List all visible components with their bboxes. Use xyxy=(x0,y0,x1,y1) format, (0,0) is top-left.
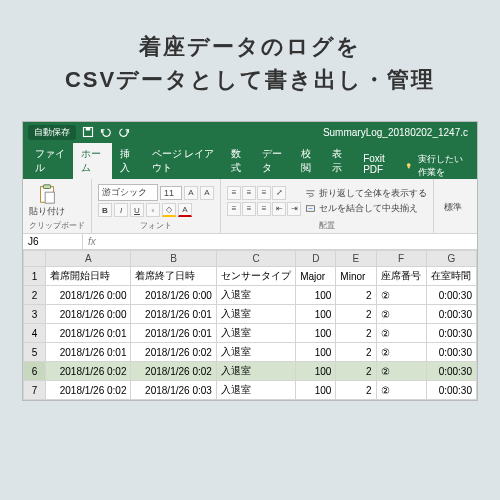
cell[interactable]: ② xyxy=(376,305,426,324)
cell[interactable]: 0:00:30 xyxy=(426,324,476,343)
cell[interactable]: 2018/1/26 0:01 xyxy=(46,324,131,343)
row-header[interactable]: 3 xyxy=(24,305,46,324)
col-header-E[interactable]: E xyxy=(336,251,376,267)
undo-icon[interactable] xyxy=(100,126,112,140)
table-row[interactable]: 32018/1/26 0:002018/1/26 0:01入退室1002②0:0… xyxy=(24,305,477,324)
cell[interactable]: 2018/1/26 0:02 xyxy=(46,381,131,400)
cell[interactable]: 0:00:30 xyxy=(426,286,476,305)
col-header-B[interactable]: B xyxy=(131,251,216,267)
cell[interactable]: 2018/1/26 0:01 xyxy=(46,343,131,362)
header-row[interactable]: 1 着席開始日時 着席終了日時 センサータイプ Major Minor 座席番号… xyxy=(24,267,477,286)
cell[interactable]: 2 xyxy=(336,324,376,343)
decrease-font-icon[interactable]: A xyxy=(200,186,214,200)
cell[interactable]: Major xyxy=(296,267,336,286)
orientation-icon[interactable]: ⤢ xyxy=(272,186,286,200)
cell[interactable]: Minor xyxy=(336,267,376,286)
cell[interactable]: 2018/1/26 0:02 xyxy=(131,362,216,381)
row-header[interactable]: 7 xyxy=(24,381,46,400)
tab-home[interactable]: ホーム xyxy=(73,143,112,179)
tab-foxit-pdf[interactable]: Foxit PDF xyxy=(355,149,405,179)
worksheet[interactable]: A B C D E F G 1 着席開始日時 着席終了日時 センサータイプ Ma… xyxy=(23,250,477,400)
indent-increase-icon[interactable]: ⇥ xyxy=(287,202,301,216)
row-header[interactable]: 1 xyxy=(24,267,46,286)
align-left-icon[interactable]: ≡ xyxy=(227,202,241,216)
cell[interactable]: 2018/1/26 0:00 xyxy=(46,305,131,324)
cell[interactable]: 2018/1/26 0:03 xyxy=(131,381,216,400)
bold-button[interactable]: B xyxy=(98,203,112,217)
cell[interactable]: 2018/1/26 0:01 xyxy=(131,305,216,324)
align-top-icon[interactable]: ≡ xyxy=(227,186,241,200)
font-size-select[interactable]: 11 xyxy=(160,186,182,200)
underline-button[interactable]: U xyxy=(130,203,144,217)
cell[interactable]: 2018/1/26 0:02 xyxy=(46,362,131,381)
cell[interactable]: センサータイプ xyxy=(216,267,295,286)
align-bottom-icon[interactable]: ≡ xyxy=(257,186,271,200)
row-header[interactable]: 5 xyxy=(24,343,46,362)
cell[interactable]: ② xyxy=(376,343,426,362)
cell[interactable]: 2 xyxy=(336,305,376,324)
font-name-select[interactable]: 游ゴシック xyxy=(98,184,158,201)
border-button[interactable]: ▫ xyxy=(146,203,160,217)
cell[interactable]: 入退室 xyxy=(216,324,295,343)
cell[interactable]: 2018/1/26 0:01 xyxy=(131,324,216,343)
cell[interactable]: 100 xyxy=(296,305,336,324)
cell[interactable]: 2 xyxy=(336,362,376,381)
redo-icon[interactable] xyxy=(118,126,130,140)
save-icon[interactable] xyxy=(82,126,94,140)
cell[interactable]: 2 xyxy=(336,381,376,400)
cell[interactable]: 入退室 xyxy=(216,362,295,381)
cell[interactable]: 0:00:30 xyxy=(426,362,476,381)
font-color-button[interactable]: A xyxy=(178,203,192,217)
cell[interactable]: 入退室 xyxy=(216,286,295,305)
cell[interactable]: 2018/1/26 0:00 xyxy=(46,286,131,305)
table-row[interactable]: 72018/1/26 0:022018/1/26 0:03入退室1002②0:0… xyxy=(24,381,477,400)
cell[interactable]: 着席終了日時 xyxy=(131,267,216,286)
col-header-F[interactable]: F xyxy=(376,251,426,267)
paste-button[interactable]: 貼り付け xyxy=(29,183,65,218)
cell[interactable]: 0:00:30 xyxy=(426,343,476,362)
tab-page-layout[interactable]: ページ レイアウト xyxy=(144,143,223,179)
row-header[interactable]: 4 xyxy=(24,324,46,343)
cell[interactable]: 在室時間 xyxy=(426,267,476,286)
col-header-A[interactable]: A xyxy=(46,251,131,267)
col-header-D[interactable]: D xyxy=(296,251,336,267)
tab-insert[interactable]: 挿入 xyxy=(112,143,143,179)
number-format-select[interactable]: 標準 xyxy=(440,201,462,214)
tab-formulas[interactable]: 数式 xyxy=(223,143,254,179)
tab-data[interactable]: データ xyxy=(254,143,293,179)
cell[interactable]: 入退室 xyxy=(216,343,295,362)
align-right-icon[interactable]: ≡ xyxy=(257,202,271,216)
cell[interactable]: 座席番号 xyxy=(376,267,426,286)
autosave-toggle[interactable]: 自動保存 xyxy=(28,125,76,140)
cell[interactable]: ② xyxy=(376,362,426,381)
cell[interactable]: 入退室 xyxy=(216,305,295,324)
cell[interactable]: 100 xyxy=(296,343,336,362)
row-header[interactable]: 6 xyxy=(24,362,46,381)
cell[interactable]: 入退室 xyxy=(216,381,295,400)
tell-me[interactable]: 実行したい作業を xyxy=(405,153,477,179)
cell[interactable]: ② xyxy=(376,286,426,305)
cell[interactable]: 100 xyxy=(296,324,336,343)
name-box[interactable]: J6 xyxy=(23,234,83,249)
col-header-G[interactable]: G xyxy=(426,251,476,267)
align-center-icon[interactable]: ≡ xyxy=(242,202,256,216)
cell[interactable]: 2 xyxy=(336,286,376,305)
cell[interactable]: 100 xyxy=(296,286,336,305)
tab-view[interactable]: 表示 xyxy=(324,143,355,179)
cell[interactable]: 着席開始日時 xyxy=(46,267,131,286)
fill-color-button[interactable]: ◇ xyxy=(162,203,176,217)
select-all-corner[interactable] xyxy=(24,251,46,267)
tab-review[interactable]: 校閲 xyxy=(293,143,324,179)
table-row[interactable]: 22018/1/26 0:002018/1/26 0:00入退室1002②0:0… xyxy=(24,286,477,305)
row-header[interactable]: 2 xyxy=(24,286,46,305)
cell[interactable]: 100 xyxy=(296,362,336,381)
cell[interactable]: ② xyxy=(376,381,426,400)
cell[interactable]: 0:00:30 xyxy=(426,305,476,324)
cell[interactable]: ② xyxy=(376,324,426,343)
cell[interactable]: 100 xyxy=(296,381,336,400)
wrap-text-button[interactable]: 折り返して全体を表示する xyxy=(305,187,427,200)
tab-file[interactable]: ファイル xyxy=(27,143,73,179)
align-middle-icon[interactable]: ≡ xyxy=(242,186,256,200)
merge-center-button[interactable]: セルを結合して中央揃え xyxy=(305,202,427,215)
table-row[interactable]: 52018/1/26 0:012018/1/26 0:02入退室1002②0:0… xyxy=(24,343,477,362)
